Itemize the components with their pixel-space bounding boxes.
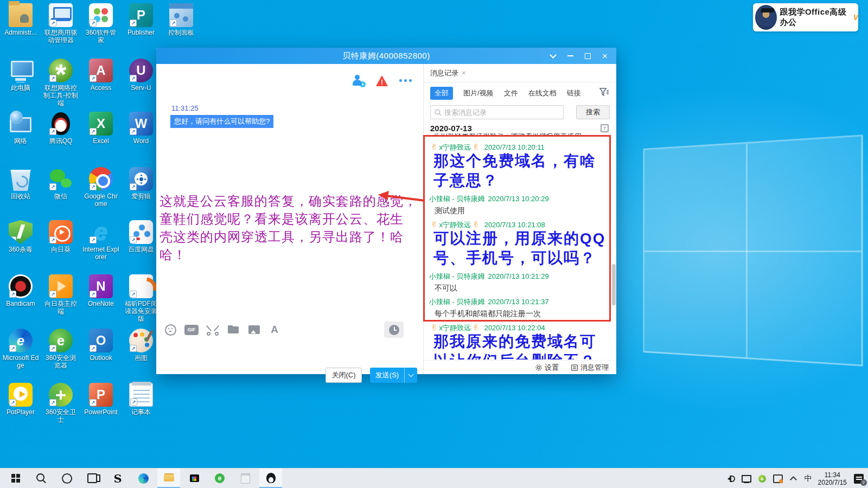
message-sender-row: ✌x宁静致远✌2020/7/13 10:21:08: [429, 220, 612, 229]
filter-tab-全部[interactable]: 全部: [430, 87, 453, 100]
send-options-chevron-icon[interactable]: [404, 368, 417, 383]
desktop-icon-lenovo-net[interactable]: 联想网络控制工具-控制端: [42, 59, 79, 107]
desktop-icon-excel[interactable]: Excel: [82, 112, 119, 145]
desktop-icon-browser360[interactable]: 360安全浏览器: [42, 329, 79, 369]
close-icon[interactable]: [598, 49, 612, 62]
calendar-icon[interactable]: 7: [601, 124, 609, 132]
desktop-icon-wechat[interactable]: 微信: [42, 167, 79, 200]
add-person-icon[interactable]: +: [352, 75, 365, 87]
desktop-icon-baidupan[interactable]: 百度网盘: [123, 220, 159, 253]
desktop-icon-lenovo-drv[interactable]: 联想商用驱动管理器: [42, 3, 79, 44]
desktop-icon-guard360[interactable]: 360安全卫士: [42, 383, 79, 423]
ime-indicator[interactable]: 中: [805, 474, 812, 484]
tray-remote-icon[interactable]: [773, 474, 783, 484]
desktop-icon-paint[interactable]: 画图: [123, 329, 159, 362]
desktop-icon-v360[interactable]: 360杀毒: [2, 220, 39, 253]
desktop-icon-access[interactable]: Access: [82, 59, 119, 92]
foxit-icon: [129, 274, 153, 298]
font-icon[interactable]: [268, 323, 281, 336]
desktop-icon-notepad[interactable]: 记事本: [123, 383, 159, 416]
desktop-icon-sunflower[interactable]: 向日葵: [42, 220, 79, 253]
filter-tab-在线文档[interactable]: 在线文档: [528, 88, 557, 98]
shortcut-arrow-icon: [90, 345, 97, 352]
desktop-icon-label: 联想商用驱动管理器: [42, 29, 79, 44]
desktop-icon-folder-user[interactable]: Administr...: [2, 3, 39, 36]
tab-close-icon[interactable]: ×: [462, 69, 466, 77]
filter-tab-文件[interactable]: 文件: [504, 88, 518, 98]
taskbar-cortana-icon[interactable]: [55, 468, 78, 488]
minimize-icon[interactable]: [563, 49, 577, 62]
taskbar-notes-icon[interactable]: [234, 468, 257, 488]
message-sender-row: 小辣椒 - 贝特康姆2020/7/13 10:20:29: [429, 194, 612, 203]
desktop-icon-potplayer[interactable]: PotPlayer: [2, 383, 39, 416]
desktop-icon-network[interactable]: 网络: [2, 112, 39, 145]
desktop-icon-ppt[interactable]: PowerPoint: [82, 383, 119, 416]
desktop-icon-controlpanel[interactable]: 控制面板: [163, 3, 200, 36]
message-list[interactable]: 您仍可以重新注册账号，继续免费域名服务使用✌x宁静致远✌2020/7/13 10…: [429, 133, 612, 359]
desktop-icon-servu[interactable]: Serv-U: [123, 59, 159, 92]
filter-tab-链接[interactable]: 链接: [567, 88, 581, 98]
paint-icon: [129, 329, 153, 352]
desktop-icon-sunflower-main[interactable]: 向日葵主控端: [42, 274, 79, 315]
filter-tabs: 全部图片/视频文件在线文档链接: [430, 87, 581, 100]
desktop-icon-ie[interactable]: Internet Explorer: [82, 220, 119, 261]
taskbar-store-icon[interactable]: [183, 468, 206, 488]
file-icon[interactable]: [227, 323, 240, 336]
warning-icon[interactable]: [375, 75, 388, 87]
desktop-icon-word[interactable]: Word: [123, 112, 159, 145]
send-button[interactable]: 发送(S): [370, 368, 417, 383]
filter-tab-图片/视频[interactable]: 图片/视频: [463, 88, 494, 98]
desktop-icon-chrome[interactable]: Google Chrome: [82, 167, 119, 208]
taskbar-edge-task-icon[interactable]: [132, 468, 155, 488]
search-input[interactable]: [444, 108, 563, 117]
panel-tab-bar: 消息记录 ×: [424, 64, 616, 82]
desktop-icon-qq[interactable]: 腾讯QQ: [42, 112, 79, 145]
desktop-icon-edge[interactable]: Microsoft Edge: [2, 329, 39, 369]
desktop-icon-onenote[interactable]: OneNote: [82, 274, 119, 307]
tray-chevron-up-icon[interactable]: [789, 474, 799, 484]
taskbar-explorer-icon[interactable]: [157, 468, 180, 488]
search-box[interactable]: [430, 105, 564, 119]
taskbar-search-icon[interactable]: [30, 468, 53, 488]
message-sender-row: 小辣椒 - 贝特康姆2020/7/13 10:21:37: [429, 297, 612, 306]
title-bar[interactable]: 贝特康姆(4000852800): [156, 48, 616, 64]
panel-scrollbar[interactable]: [612, 264, 616, 305]
message-history-button[interactable]: [384, 322, 404, 338]
sender-name: x宁静致远: [439, 221, 471, 229]
settings-button[interactable]: 设置: [535, 363, 559, 373]
screenshot-icon[interactable]: [206, 323, 219, 336]
notification-center-icon[interactable]: 2: [853, 473, 865, 484]
desktop-icon-bandicam[interactable]: Bandicam: [2, 274, 39, 307]
taskbar-360se-icon[interactable]: [208, 468, 231, 488]
desktop-icon-aijianji[interactable]: 爱剪辑: [123, 167, 159, 200]
taskbar-task-view-icon[interactable]: [81, 468, 104, 488]
message-manage-button[interactable]: 消息管理: [571, 363, 609, 373]
tray-network-icon[interactable]: [742, 474, 751, 484]
close-button[interactable]: 关闭(C): [326, 368, 362, 383]
desktop-icon-publisher[interactable]: Publisher: [123, 3, 159, 36]
taskbar-360-icon[interactable]: [106, 468, 129, 488]
taskbar-start-icon[interactable]: [4, 468, 27, 488]
desktop-icon-label: Microsoft Edge: [2, 354, 39, 369]
desktop-icon-pc[interactable]: 此电脑: [2, 59, 39, 92]
selected-message-bubble[interactable]: 您好，请问有什么可以帮助您?: [170, 115, 273, 128]
desktop-icon-outlook[interactable]: Outlook: [82, 329, 119, 362]
image-icon[interactable]: [247, 323, 260, 336]
emoji-icon[interactable]: [164, 323, 177, 336]
gif-icon[interactable]: [184, 325, 199, 335]
more-options-icon[interactable]: [399, 79, 412, 82]
search-button[interactable]: 搜索: [576, 105, 610, 119]
desktop-icon-label: 画图: [123, 354, 159, 362]
desktop-icon-foxit[interactable]: 福昕PDF阅读器免安装版: [123, 274, 159, 323]
desktop-icon-soft360[interactable]: 360软件管家: [82, 3, 119, 44]
filter-icon[interactable]: [599, 88, 609, 97]
tab-message-history[interactable]: 消息记录: [430, 68, 458, 78]
tray-volume-icon[interactable]: [726, 474, 736, 484]
taskbar-clock[interactable]: 11:34 2020/7/15: [818, 471, 847, 486]
shortcut-arrow-icon: [130, 183, 137, 190]
maximize-icon[interactable]: [580, 49, 595, 62]
desktop-icon-recycle[interactable]: 回收站: [2, 167, 39, 200]
taskbar-qq-icon[interactable]: [259, 468, 282, 488]
chevron-down-icon[interactable]: [546, 49, 560, 62]
tray-guard-icon[interactable]: [757, 474, 767, 484]
